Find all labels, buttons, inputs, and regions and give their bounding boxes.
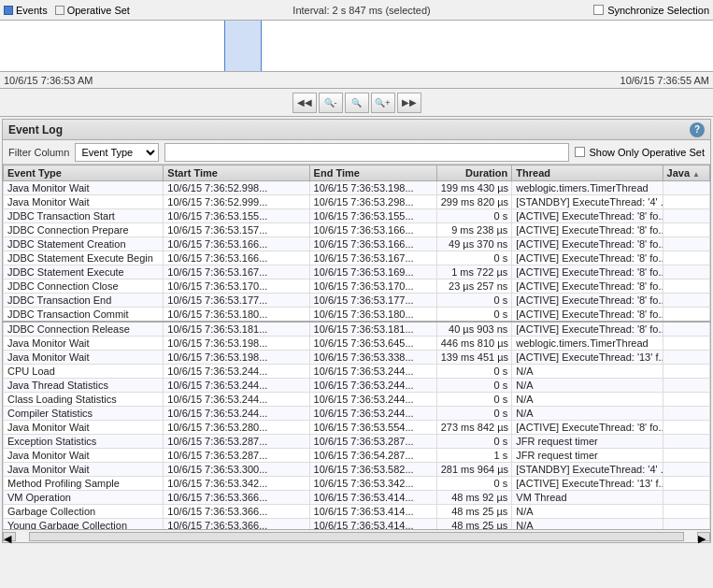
table-row[interactable]: JDBC Statement Execute Begin10/6/15 7:36… (4, 251, 710, 265)
table-row[interactable]: JDBC Connection Release10/6/15 7:36:53.1… (4, 322, 710, 337)
cell-event_type: JDBC Connection Prepare (4, 223, 164, 237)
cell-end_time: 10/6/15 7:36:53.244... (309, 365, 436, 379)
cell-duration: 23 µs 257 ns (436, 280, 512, 294)
opset-tab[interactable]: Operative Set (55, 5, 130, 16)
col-header-start-time[interactable]: Start Time (164, 165, 309, 181)
table-row[interactable]: Java Monitor Wait10/6/15 7:36:52.999...1… (4, 195, 710, 209)
col-header-event-type[interactable]: Event Type (4, 165, 164, 181)
cell-thread: [ACTIVE] ExecuteThread: '8' fo... (512, 280, 663, 294)
cell-duration: 281 ms 964 µs (436, 463, 512, 477)
nav-back-all-button[interactable]: ◀◀ (292, 93, 317, 113)
table-row[interactable]: Java Thread Statistics10/6/15 7:36:53.24… (4, 379, 710, 393)
table-row[interactable]: JDBC Transaction End10/6/15 7:36:53.177.… (4, 294, 710, 308)
help-icon[interactable]: ? (690, 122, 705, 137)
cell-java (663, 449, 709, 463)
cell-start_time: 10/6/15 7:36:53.244... (164, 365, 309, 379)
events-tab-label[interactable]: Events (16, 5, 48, 16)
table-row[interactable]: Java Monitor Wait10/6/15 7:36:53.198...1… (4, 337, 710, 351)
cell-duration: 40 µs 903 ns (436, 322, 512, 337)
cell-end_time: 10/6/15 7:36:53.414... (309, 505, 436, 519)
cell-start_time: 10/6/15 7:36:53.155... (164, 209, 309, 223)
table-row[interactable]: Java Monitor Wait10/6/15 7:36:52.998...1… (4, 181, 710, 195)
col-header-java[interactable]: Java ▲ (663, 165, 709, 181)
cell-event_type: JDBC Transaction Commit (4, 308, 164, 323)
table-row[interactable]: Exception Statistics10/6/15 7:36:53.287.… (4, 435, 710, 449)
table-row[interactable]: JDBC Statement Creation10/6/15 7:36:53.1… (4, 237, 710, 251)
filter-bar: Filter Column Event Type Start Time End … (3, 140, 710, 165)
cell-end_time: 10/6/15 7:36:53.244... (309, 379, 436, 393)
col-header-duration[interactable]: Duration (436, 165, 512, 181)
table-row[interactable]: JDBC Statement Execute10/6/15 7:36:53.16… (4, 265, 710, 280)
table-row[interactable]: JDBC Transaction Start10/6/15 7:36:53.15… (4, 209, 710, 223)
cell-java (663, 251, 709, 265)
cell-start_time: 10/6/15 7:36:53.177... (164, 294, 309, 308)
cell-end_time: 10/6/15 7:36:53.244... (309, 393, 436, 407)
table-row[interactable]: Class Loading Statistics10/6/15 7:36:53.… (4, 393, 710, 407)
cell-duration: 0 s (436, 379, 512, 393)
cell-end_time: 10/6/15 7:36:53.414... (309, 519, 436, 530)
sync-checkbox[interactable] (593, 5, 604, 15)
cell-duration: 9 ms 238 µs (436, 223, 512, 237)
cell-event_type: JDBC Statement Creation (4, 237, 164, 251)
table-row[interactable]: CPU Load10/6/15 7:36:53.244...10/6/15 7:… (4, 365, 710, 379)
cell-thread: [ACTIVE] ExecuteThread: '8' fo... (512, 223, 663, 237)
cell-duration: 49 µs 370 ns (436, 237, 512, 251)
table-row[interactable]: Java Monitor Wait10/6/15 7:36:53.300...1… (4, 463, 710, 477)
cell-event_type: Java Monitor Wait (4, 449, 164, 463)
cell-start_time: 10/6/15 7:36:53.166... (164, 237, 309, 251)
cell-java (663, 223, 709, 237)
cell-event_type: JDBC Statement Execute (4, 265, 164, 280)
cell-end_time: 10/6/15 7:36:53.167... (309, 251, 436, 265)
cell-duration: 0 s (436, 251, 512, 265)
cell-java (663, 322, 709, 337)
cell-end_time: 10/6/15 7:36:53.155... (309, 209, 436, 223)
nav-zoom-in-button[interactable]: 🔍+ (371, 93, 395, 113)
cell-duration: 0 s (436, 407, 512, 421)
timeline-selection[interactable] (224, 21, 262, 71)
nav-zoom-fit-button[interactable]: 🔍 (345, 93, 369, 113)
table-row[interactable]: Java Monitor Wait10/6/15 7:36:53.198...1… (4, 351, 710, 365)
nav-forward-all-button[interactable]: ▶▶ (397, 93, 421, 113)
cell-start_time: 10/6/15 7:36:53.166... (164, 251, 309, 265)
timeline-canvas[interactable] (0, 21, 713, 71)
scroll-right-arrow[interactable]: ▶ (697, 532, 710, 541)
table-row[interactable]: Young Garbage Collection10/6/15 7:36:53.… (4, 519, 710, 530)
cell-thread: weblogic.timers.TimerThread (512, 181, 663, 195)
cell-start_time: 10/6/15 7:36:53.287... (164, 449, 309, 463)
cell-thread: [ACTIVE] ExecuteThread: '8' fo... (512, 237, 663, 251)
cell-thread: [ACTIVE] ExecuteThread: '13' f... (512, 351, 663, 365)
table-row[interactable]: Compiler Statistics10/6/15 7:36:53.244..… (4, 407, 710, 421)
cell-end_time: 10/6/15 7:36:53.170... (309, 280, 436, 294)
col-header-thread[interactable]: Thread (512, 165, 663, 181)
cell-start_time: 10/6/15 7:36:52.999... (164, 195, 309, 209)
filter-column-select[interactable]: Event Type Start Time End Time Duration … (75, 143, 159, 162)
event-log-header: Event Log ? (3, 120, 710, 140)
events-tab[interactable]: Events (4, 5, 48, 16)
scroll-track[interactable] (29, 532, 684, 541)
opset-tab-label[interactable]: Operative Set (67, 5, 130, 16)
table-row[interactable]: JDBC Connection Prepare10/6/15 7:36:53.1… (4, 223, 710, 237)
scroll-left-arrow[interactable]: ◀ (3, 532, 16, 541)
table-row[interactable]: Method Profiling Sample10/6/15 7:36:53.3… (4, 477, 710, 491)
table-row[interactable]: Java Monitor Wait10/6/15 7:36:53.287...1… (4, 449, 710, 463)
table-row[interactable]: JDBC Connection Close10/6/15 7:36:53.170… (4, 280, 710, 294)
cell-start_time: 10/6/15 7:36:53.366... (164, 519, 309, 530)
table-row[interactable]: Garbage Collection10/6/15 7:36:53.366...… (4, 505, 710, 519)
cell-java (663, 491, 709, 505)
horizontal-scrollbar[interactable]: ◀ ▶ (3, 529, 710, 542)
col-header-end-time[interactable]: End Time (309, 165, 436, 181)
cell-duration: 0 s (436, 294, 512, 308)
cell-thread: JFR request timer (512, 435, 663, 449)
table-row[interactable]: VM Operation10/6/15 7:36:53.366...10/6/1… (4, 491, 710, 505)
show-operative-checkbox[interactable] (575, 147, 585, 157)
event-log-table-container[interactable]: Event Type Start Time End Time Duration … (3, 165, 710, 529)
cell-end_time: 10/6/15 7:36:53.554... (309, 421, 436, 435)
cell-event_type: Exception Statistics (4, 435, 164, 449)
nav-zoom-out-button[interactable]: 🔍- (319, 93, 343, 113)
cell-end_time: 10/6/15 7:36:53.169... (309, 265, 436, 280)
cell-event_type: Method Profiling Sample (4, 477, 164, 491)
table-row[interactable]: Java Monitor Wait10/6/15 7:36:53.280...1… (4, 421, 710, 435)
filter-input[interactable] (164, 143, 569, 162)
cell-thread: [ACTIVE] ExecuteThread: '8' fo... (512, 294, 663, 308)
table-row[interactable]: JDBC Transaction Commit10/6/15 7:36:53.1… (4, 308, 710, 323)
